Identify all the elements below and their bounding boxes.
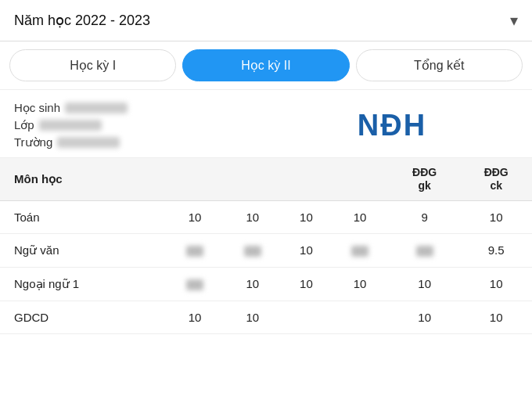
student-name-label: Học sinh (14, 101, 60, 115)
score-cell: 10 (282, 233, 331, 267)
score-cell: 10 (331, 200, 389, 233)
student-info: Học sinh NĐH Lớp Trường (0, 90, 532, 158)
student-name-value (65, 103, 128, 113)
col-ddg-gk: ĐĐGgk (389, 158, 461, 200)
col-s2 (224, 158, 282, 200)
score-cell: 10 (224, 301, 282, 333)
tab-hk1[interactable]: Học kỳ I (9, 49, 176, 81)
col-s3 (282, 158, 331, 200)
score-cell: 10 (282, 267, 331, 301)
subject-name: GDCD (0, 301, 166, 333)
col-s1 (166, 158, 224, 200)
ddg-ck-cell: 10 (460, 301, 532, 333)
col-subject: Môn học (0, 158, 166, 200)
score-cell (282, 301, 331, 333)
student-school-row: Trường (14, 135, 266, 149)
ddg-gk-cell: 10 (389, 301, 461, 333)
score-cell (224, 233, 282, 267)
ddg-gk-cell (389, 233, 461, 267)
table-row: Toán10101010910 (0, 200, 532, 233)
col-s4 (331, 158, 389, 200)
score-cell (166, 267, 224, 301)
ddg-gk-cell: 10 (389, 267, 461, 301)
table-header-row: Môn học ĐĐGgk ĐĐGck (0, 158, 532, 200)
ddg-gk-cell: 9 (389, 200, 461, 233)
score-cell: 10 (166, 301, 224, 333)
col-ddg-ck: ĐĐGck (460, 158, 532, 200)
student-class-label: Lớp (14, 118, 34, 132)
ddg-ck-cell: 10 (460, 200, 532, 233)
student-school-label: Trường (14, 135, 52, 149)
subject-name: Toán (0, 200, 166, 233)
school-logo: NĐH (266, 101, 518, 149)
ddg-ck-cell: 10 (460, 267, 532, 301)
table-row: GDCD10101010 (0, 301, 532, 333)
student-class-row: Lớp (14, 118, 266, 132)
score-cell (331, 301, 389, 333)
year-selector[interactable]: Năm học 2022 - 2023 ▾ (0, 0, 532, 41)
chevron-down-icon: ▾ (510, 11, 518, 30)
student-school-value (57, 137, 120, 148)
table-row: Ngữ văn109.5 (0, 233, 532, 267)
score-cell (331, 233, 389, 267)
score-cell: 10 (224, 200, 282, 233)
tab-tongket[interactable]: Tổng kết (356, 49, 523, 81)
tab-hk2[interactable]: Học kỳ II (182, 49, 349, 81)
table-row: Ngoại ngữ 11010101010 (0, 267, 532, 301)
student-name-row: Học sinh (14, 101, 266, 115)
year-label: Năm học 2022 - 2023 (14, 12, 150, 29)
score-cell: 10 (224, 267, 282, 301)
ddg-ck-cell: 9.5 (460, 233, 532, 267)
score-cell: 10 (282, 200, 331, 233)
subject-name: Ngoại ngữ 1 (0, 267, 166, 301)
score-cell (166, 233, 224, 267)
subject-name: Ngữ văn (0, 233, 166, 267)
grades-table: Môn học ĐĐGgk ĐĐGck Toán10101010910Ngữ v… (0, 158, 532, 334)
student-class-value (39, 120, 102, 131)
score-cell: 10 (166, 200, 224, 233)
tab-bar: Học kỳ I Học kỳ II Tổng kết (0, 41, 532, 90)
score-cell: 10 (331, 267, 389, 301)
